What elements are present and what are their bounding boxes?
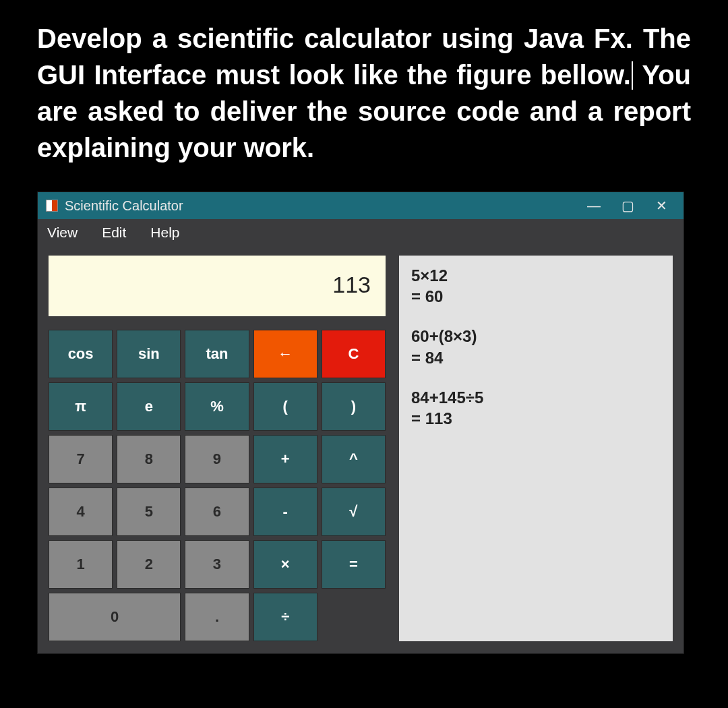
- history-result: = 113: [411, 408, 661, 429]
- history-entry: 60+(8×3) = 84: [411, 326, 661, 367]
- history-entry: 5×12 = 60: [411, 265, 661, 307]
- history-entry: 84+145÷5 = 113: [411, 387, 661, 429]
- titlebar[interactable]: Scientific Calculator — ▢ ✕: [38, 192, 684, 219]
- sin-button[interactable]: sin: [117, 330, 181, 378]
- history-expr: 5×12: [411, 265, 661, 286]
- digit-9-button[interactable]: 9: [185, 435, 249, 483]
- lparen-button[interactable]: (: [253, 382, 317, 431]
- clear-button[interactable]: C: [322, 330, 386, 378]
- menubar: View Edit Help: [38, 219, 684, 246]
- left-pane: 113 cos sin tan ← C π e % ( ) 7 8 9 + ^ …: [49, 256, 386, 641]
- backspace-button[interactable]: ←: [253, 330, 317, 378]
- decimal-button[interactable]: .: [185, 593, 249, 641]
- menu-edit[interactable]: Edit: [102, 225, 126, 241]
- power-button[interactable]: ^: [322, 435, 386, 483]
- digit-3-button[interactable]: 3: [185, 540, 249, 589]
- multiply-button[interactable]: ×: [253, 540, 317, 589]
- calc-display: 113: [49, 256, 386, 316]
- close-button[interactable]: ✕: [644, 198, 678, 214]
- equals-button[interactable]: =: [322, 540, 386, 589]
- digit-7-button[interactable]: 7: [49, 435, 113, 483]
- history-expr: 84+145÷5: [411, 387, 661, 408]
- plus-button[interactable]: +: [253, 435, 317, 483]
- maximize-button[interactable]: ▢: [611, 198, 644, 214]
- pi-button[interactable]: π: [49, 382, 113, 431]
- cos-button[interactable]: cos: [49, 330, 113, 378]
- menu-help[interactable]: Help: [150, 225, 179, 241]
- percent-button[interactable]: %: [185, 382, 249, 431]
- history-result: = 60: [411, 286, 661, 307]
- app-icon: [46, 200, 58, 212]
- menu-view[interactable]: View: [47, 225, 78, 241]
- history-expr: 60+(8×3): [411, 326, 661, 347]
- divide-button[interactable]: ÷: [253, 593, 317, 641]
- instruction-part1: Develop a scientific calculator using Ja…: [37, 24, 691, 90]
- digit-4-button[interactable]: 4: [49, 488, 113, 536]
- tan-button[interactable]: tan: [185, 330, 249, 378]
- digit-2-button[interactable]: 2: [117, 540, 181, 589]
- keypad: cos sin tan ← C π e % ( ) 7 8 9 + ^ 4 5 …: [49, 330, 386, 641]
- history-panel: 5×12 = 60 60+(8×3) = 84 84+145÷5 = 113: [399, 256, 673, 641]
- digit-6-button[interactable]: 6: [185, 488, 249, 536]
- content-area: 113 cos sin tan ← C π e % ( ) 7 8 9 + ^ …: [38, 246, 684, 653]
- digit-1-button[interactable]: 1: [49, 540, 113, 589]
- history-result: = 84: [411, 347, 661, 368]
- window-title: Scientific Calculator: [65, 198, 577, 214]
- digit-8-button[interactable]: 8: [117, 435, 181, 483]
- digit-0-button[interactable]: 0: [49, 593, 181, 641]
- calculator-window: Scientific Calculator — ▢ ✕ View Edit He…: [37, 191, 684, 654]
- rparen-button[interactable]: ): [322, 382, 386, 431]
- e-button[interactable]: e: [117, 382, 181, 431]
- minimize-button[interactable]: —: [577, 198, 611, 214]
- instruction-text: Develop a scientific calculator using Ja…: [37, 20, 691, 166]
- digit-5-button[interactable]: 5: [117, 488, 181, 536]
- sqrt-button[interactable]: √: [322, 488, 386, 536]
- text-cursor: [632, 61, 633, 90]
- minus-button[interactable]: -: [253, 488, 317, 536]
